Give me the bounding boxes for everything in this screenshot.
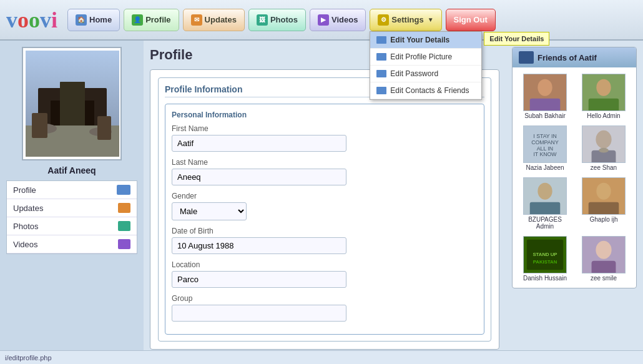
profile-button[interactable]: 👤 Profile [124, 9, 179, 31]
svg-rect-7 [32, 113, 47, 138]
friend-name-zsmile: zee smile [591, 275, 617, 282]
menu-item-edit-contacts[interactable]: Edit Contacts & Friends [370, 82, 481, 99]
svg-point-10 [537, 79, 552, 96]
signout-label: Sign Out [454, 15, 488, 24]
menu-item-edit-picture[interactable]: Edit Profile Picture [370, 49, 481, 66]
friend-photo-danish: STAND UPPAKISTAN [523, 236, 567, 273]
friend-item-ghaplo[interactable]: Ghaplo ijh [575, 175, 632, 232]
friend-name-hello: Hello Admin [587, 112, 620, 119]
sidebar-videos-label: Videos [13, 240, 38, 249]
first-name-group: First Name [172, 124, 478, 152]
location-group: Location [172, 260, 478, 288]
friend-photo-nazia: I STAY INCOMPANYALL INIT KNOW [523, 125, 567, 163]
main-area: Aatif Aneeq Profile Updates Photos Video… [0, 41, 643, 364]
friend-name-subah: Subah Bakhair [524, 112, 566, 119]
friends-header-icon [519, 51, 534, 64]
svg-text:IT KNOW: IT KNOW [533, 151, 557, 157]
last-name-input[interactable] [172, 169, 346, 185]
svg-rect-14 [589, 99, 619, 111]
edit-contacts-icon [376, 87, 386, 94]
friend-item-danish[interactable]: STAND UPPAKISTAN Danish Hussain [516, 234, 574, 284]
last-name-label: Last Name [172, 158, 478, 167]
sidebar-profile-icon [117, 185, 130, 195]
group-label: Group [172, 294, 478, 303]
menu-item-edit-details[interactable]: Edit Your Details Edit Your Details [370, 32, 481, 49]
svg-rect-26 [530, 202, 561, 215]
tooltip-edit-details: Edit Your Details [484, 32, 549, 46]
location-label: Location [172, 260, 478, 269]
group-group: Group [172, 294, 478, 322]
friend-item-zee[interactable]: zee Shan [575, 123, 632, 174]
svg-point-23 [599, 148, 609, 153]
svg-rect-8 [97, 116, 111, 140]
friend-item-nazia[interactable]: I STAY INCOMPANYALL INIT KNOW Nazia Jabe… [516, 123, 574, 174]
last-name-group: Last Name [172, 158, 478, 185]
statusbar-url: i/editprofile.php [5, 354, 52, 362]
first-name-label: First Name [172, 124, 478, 133]
edit-password-icon [376, 70, 386, 77]
profile-picture [26, 51, 119, 157]
friends-title: Friends of Aatif [537, 53, 597, 62]
updates-button[interactable]: ✉ Updates [183, 9, 245, 31]
gender-group: Gender Male Female [172, 192, 478, 220]
dob-input[interactable] [172, 237, 346, 254]
first-name-input[interactable] [172, 135, 346, 152]
profile-image-svg [26, 51, 119, 157]
sidebar-item-profile[interactable]: Profile [7, 181, 137, 199]
photos-button[interactable]: 🖼 Photos [248, 9, 306, 31]
svg-text:STAND UP: STAND UP [533, 252, 557, 257]
sidebar-updates-icon [118, 203, 130, 213]
svg-point-13 [596, 79, 611, 96]
friends-header: Friends of Aatif [513, 47, 636, 67]
sidebar-item-photos[interactable]: Photos [7, 217, 137, 235]
photos-label: Photos [270, 15, 298, 24]
svg-rect-29 [589, 202, 619, 215]
friend-photo-hello [582, 74, 626, 111]
svg-point-25 [537, 183, 552, 200]
signout-button[interactable]: Sign Out [446, 9, 496, 31]
home-label: Home [89, 15, 112, 24]
dob-label: Date of Birth [172, 227, 478, 235]
menu-item-edit-password[interactable]: Edit Password [370, 66, 481, 82]
settings-dropdown-container: ⚙ Settings ▼ Edit Your Details Edit Your… [370, 9, 441, 31]
svg-point-21 [596, 130, 611, 149]
sidebar-photos-label: Photos [13, 222, 38, 231]
sidebar-menu: Profile Updates Photos Videos [6, 180, 137, 254]
videos-button[interactable]: ▶ Videos [310, 9, 366, 31]
right-panel: Friends of Aatif Subah Bakhair Hello Adm… [506, 41, 643, 364]
location-input[interactable] [172, 271, 346, 288]
settings-label: Settings [391, 15, 423, 24]
home-button[interactable]: 🏠 Home [67, 9, 120, 31]
svg-point-35 [596, 241, 611, 259]
profile-info-section: Profile Information Personal Information… [150, 69, 499, 350]
sidebar-item-updates[interactable]: Updates [7, 199, 137, 217]
group-input[interactable] [172, 305, 346, 322]
friends-grid: Subah Bakhair Hello Admin I STAY INCOMPA… [513, 67, 636, 288]
sidebar-item-videos[interactable]: Videos [7, 235, 137, 253]
friend-photo-subah [523, 74, 567, 111]
svg-point-28 [596, 183, 611, 200]
dob-group: Date of Birth [172, 227, 478, 254]
friend-item-subah[interactable]: Subah Bakhair [516, 71, 574, 122]
friend-item-zsmile[interactable]: zee smile [575, 234, 632, 284]
friend-item-hello[interactable]: Hello Admin [575, 71, 632, 122]
svg-rect-36 [592, 261, 616, 273]
user-name: Aatif Aneeq [6, 165, 137, 175]
friend-name-ghaplo: Ghaplo ijh [589, 216, 617, 223]
settings-button[interactable]: ⚙ Settings ▼ [370, 9, 441, 31]
svg-text:COMPANY: COMPANY [531, 139, 559, 145]
svg-text:PAKISTAN: PAKISTAN [533, 259, 557, 265]
sidebar-photos-icon [118, 221, 130, 231]
svg-rect-3 [60, 82, 85, 132]
friend-name-nazia: Nazia Jabeen [526, 164, 564, 171]
friend-name-bzupages: BZUPAGES Admin [519, 216, 571, 230]
sidebar-updates-label: Updates [13, 204, 43, 213]
friend-photo-bzupages [523, 177, 567, 215]
updates-label: Updates [205, 15, 237, 24]
svg-rect-11 [530, 99, 561, 111]
menu-item-edit-contacts-label: Edit Contacts & Friends [390, 86, 469, 95]
personal-info-title: Personal Information [172, 111, 478, 119]
gender-select[interactable]: Male Female [172, 202, 247, 220]
friend-item-bzupages[interactable]: BZUPAGES Admin [516, 175, 574, 232]
profile-picture-box [22, 47, 122, 160]
